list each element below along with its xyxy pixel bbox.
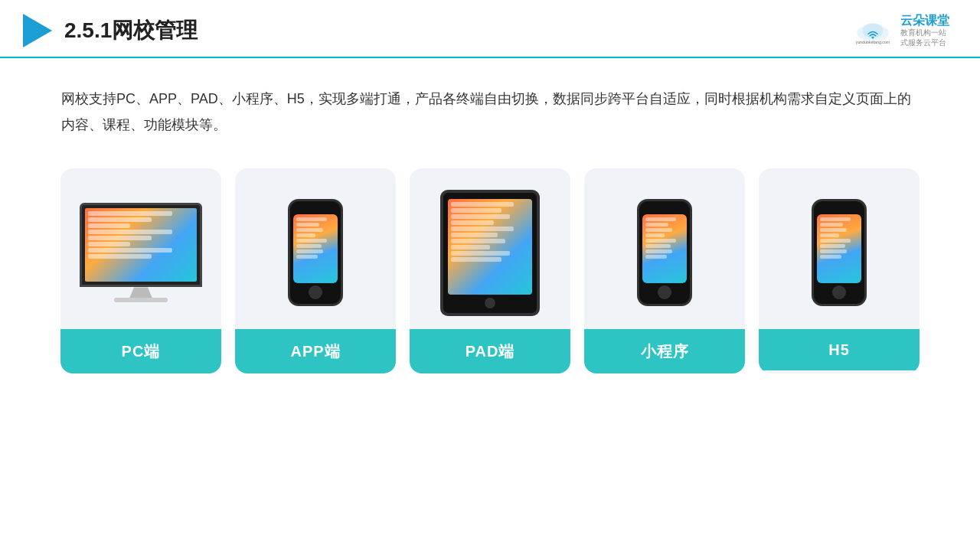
svg-point-3 [863,23,884,38]
svg-point-4 [872,37,874,39]
cloud-logo-svg: yunduoketang.com [850,17,896,44]
logo-area: yunduoketang.com 云朵课堂 教育机构一站式服务云平台 [850,14,949,47]
card-mini-image [584,168,745,329]
description-text: 网校支持PC、APP、PAD、小程序、H5，实现多端打通，产品各终端自由切换，数… [0,58,980,153]
card-pc-image [60,168,221,329]
card-pad-label: PAD端 [410,329,570,373]
svg-text:yunduoketang.com: yunduoketang.com [856,40,890,44]
tablet-mockup [440,190,540,316]
description-paragraph: 网校支持PC、APP、PAD、小程序、H5，实现多端打通，产品各终端自由切换，数… [61,86,919,138]
card-pad-image [410,168,570,329]
card-pc[interactable]: PC端 [60,168,221,373]
card-h5-image [759,168,920,329]
page-title: 2.5.1网校管理 [64,16,198,45]
card-h5[interactable]: H5 [759,168,920,373]
logo-icon: yunduoketang.com 云朵课堂 教育机构一站式服务云平台 [850,14,949,47]
phone-mockup-h5 [812,199,867,306]
phone-mockup-app [288,199,343,306]
play-icon [23,14,52,47]
card-mini-label: 小程序 [584,329,745,373]
phone-mockup-mini [637,199,692,306]
logo-tagline: 教育机构一站式服务云平台 [900,28,946,47]
card-app-image [235,168,396,329]
card-h5-label: H5 [759,329,920,370]
page-header: 2.5.1网校管理 yunduoketang.com 云朵课堂 教育机构一站式服… [0,0,980,58]
card-pc-label: PC端 [60,329,221,373]
card-app-label: APP端 [235,329,396,373]
card-mini[interactable]: 小程序 [584,168,745,373]
cards-container: PC端 APP端 [0,153,980,389]
logo-name: 云朵课堂 [900,14,949,28]
card-pad[interactable]: PAD端 [410,168,570,373]
card-app[interactable]: APP端 [235,168,396,373]
pc-mockup [80,203,202,302]
header-left: 2.5.1网校管理 [23,14,198,47]
